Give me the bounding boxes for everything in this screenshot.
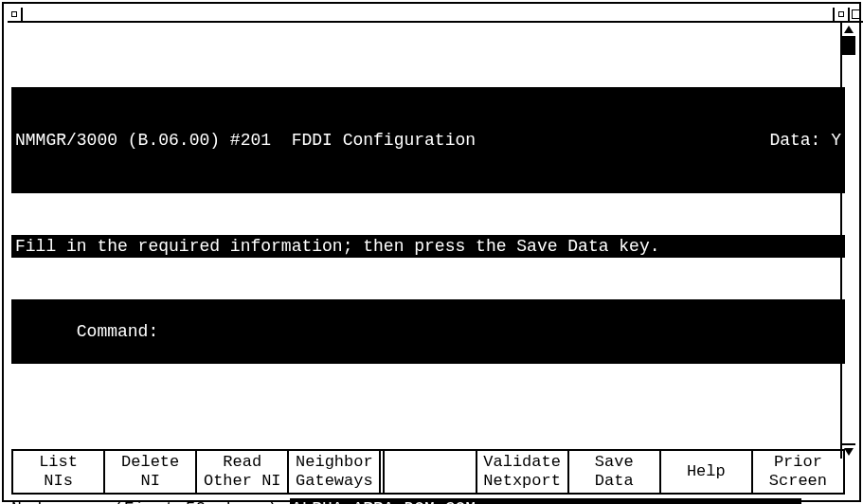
softkey-label: Prior — [774, 453, 822, 472]
window-titlebar — [8, 8, 863, 23]
softkey-f5[interactable] — [383, 451, 475, 495]
minimize-icon[interactable] — [833, 8, 848, 21]
window-frame: NMMGR/3000 (B.06.00) #201 FDDI Configura… — [2, 2, 861, 502]
softkey-label: Screen — [769, 472, 827, 491]
softkey-f2[interactable]: Delete NI — [103, 451, 195, 495]
softkey-f3[interactable]: Read Other NI — [195, 451, 287, 495]
softkey-label: Data — [595, 472, 634, 491]
softkey-label: NI — [140, 472, 159, 491]
maximize-icon[interactable] — [848, 8, 863, 21]
softkey-label: Netxport — [483, 472, 561, 491]
softkey-label: Other NI — [204, 472, 281, 491]
header-line-1: NMMGR/3000 (B.06.00) #201 FDDI Configura… — [11, 87, 845, 193]
header-line-2: Fill in the required information; then p… — [11, 235, 845, 258]
softkey-label: Validate — [483, 453, 561, 472]
header-line-3: Command: — [11, 299, 845, 364]
terminal-content: NMMGR/3000 (B.06.00) #201 FDDI Configura… — [11, 25, 845, 455]
softkey-label: Help — [687, 462, 726, 481]
softkey-label: Neighbor — [296, 453, 373, 472]
softkey-label: Read — [223, 453, 261, 472]
close-icon[interactable] — [8, 8, 23, 21]
node-name-input[interactable]: ALPHA.ARPA.DOM.COM — [290, 498, 801, 504]
softkey-f1[interactable]: List NIs — [11, 451, 103, 495]
softkey-f7[interactable]: Save Data — [567, 451, 659, 495]
data-flag: Data: Y — [769, 130, 841, 151]
softkey-f4[interactable]: Neighbor Gateways — [287, 451, 379, 495]
softkey-f8[interactable]: Help — [659, 451, 751, 495]
softkey-label: Gateways — [296, 472, 373, 491]
node-name-row: Node name (First 50 chars) ALPHA.ARPA.DO… — [11, 498, 845, 504]
softkey-f9[interactable]: Prior Screen — [751, 451, 845, 495]
softkey-label: NIs — [44, 472, 73, 491]
node-name-label: Node name (First 50 chars) — [11, 498, 288, 504]
softkey-label: Save — [595, 453, 634, 472]
softkey-f6[interactable]: Validate Netxport — [476, 451, 567, 495]
softkey-label: Delete — [121, 453, 179, 472]
app-title: NMMGR/3000 (B.06.00) #201 FDDI Configura… — [15, 130, 476, 151]
softkey-label: List — [39, 453, 78, 472]
softkey-bar: List NIs Delete NI Read Other NI Neighbo… — [11, 449, 845, 495]
command-label: Command: — [77, 322, 158, 341]
